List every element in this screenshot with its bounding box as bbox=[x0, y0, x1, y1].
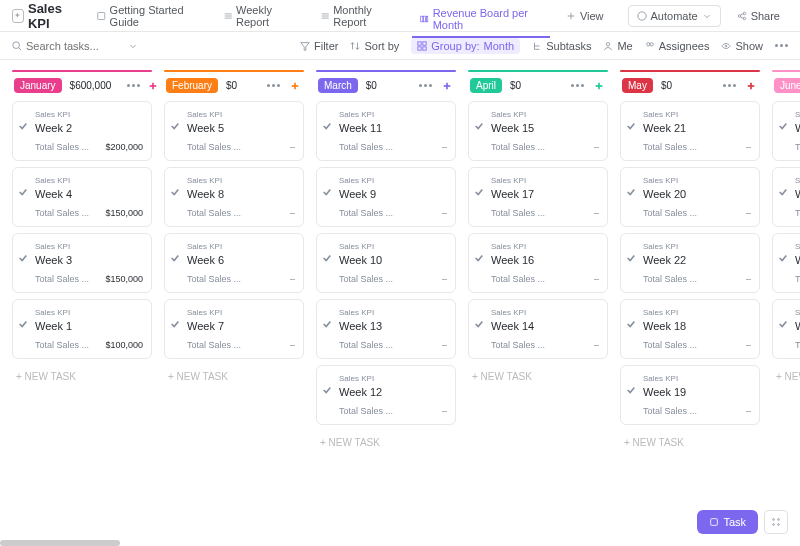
task-card[interactable]: Sales KPIWeek 5Total Sales ...– bbox=[164, 101, 304, 161]
check-icon[interactable] bbox=[474, 252, 486, 264]
task-card[interactable]: Sales KPIWeek 3Total Sales ...$150,000 bbox=[12, 233, 152, 293]
more-options[interactable] bbox=[775, 44, 788, 47]
month-pill[interactable]: April bbox=[470, 78, 502, 93]
task-card[interactable]: Sales KPIWeek 17Total Sales ...– bbox=[468, 167, 608, 227]
column-add-button[interactable] bbox=[148, 79, 158, 93]
task-card[interactable]: Sales KPIWeek 4Total Sales ...$150,000 bbox=[12, 167, 152, 227]
search-box[interactable] bbox=[12, 40, 138, 52]
column-more-icon[interactable] bbox=[571, 84, 584, 87]
check-icon[interactable] bbox=[626, 318, 638, 330]
check-icon[interactable] bbox=[322, 186, 334, 198]
task-card[interactable]: Sales KPIWeek 21Total Sales ...– bbox=[620, 101, 760, 161]
subtasks-button[interactable]: Subtasks bbox=[532, 40, 591, 52]
column-add-button[interactable] bbox=[440, 79, 454, 93]
check-icon[interactable] bbox=[322, 384, 334, 396]
check-icon[interactable] bbox=[322, 252, 334, 264]
column-more-icon[interactable] bbox=[723, 84, 736, 87]
month-pill[interactable]: March bbox=[318, 78, 358, 93]
check-icon[interactable] bbox=[778, 318, 790, 330]
tab-getting-started[interactable]: Getting Started Guide bbox=[89, 0, 207, 34]
me-button[interactable]: Me bbox=[603, 40, 632, 52]
card-field-label: Total Sales ... bbox=[795, 142, 800, 152]
task-card[interactable]: Sales KPIWeek 26Total Sales ...– bbox=[772, 299, 800, 359]
automate-button[interactable]: Automate bbox=[628, 5, 721, 27]
tab-view-add[interactable]: View bbox=[558, 4, 612, 28]
column-more-icon[interactable] bbox=[267, 84, 280, 87]
chevron-down-icon[interactable] bbox=[128, 41, 138, 51]
new-task-button[interactable]: + NEW TASK bbox=[772, 365, 800, 388]
check-icon[interactable] bbox=[18, 186, 30, 198]
month-pill[interactable]: January bbox=[14, 78, 62, 93]
check-icon[interactable] bbox=[474, 186, 486, 198]
check-icon[interactable] bbox=[626, 186, 638, 198]
task-card[interactable]: Sales KPIWeek 15Total Sales ...– bbox=[468, 101, 608, 161]
new-task-fab[interactable]: Task bbox=[697, 510, 758, 530]
check-icon[interactable] bbox=[170, 252, 182, 264]
check-icon[interactable] bbox=[322, 120, 334, 132]
grid-button[interactable] bbox=[764, 510, 788, 530]
share-button[interactable]: Share bbox=[729, 6, 788, 26]
task-card[interactable]: Sales KPIWeek 12Total Sales ...– bbox=[316, 365, 456, 425]
check-icon[interactable] bbox=[474, 318, 486, 330]
board[interactable]: January$600,000Sales KPIWeek 2Total Sale… bbox=[0, 60, 800, 530]
group-by-button[interactable]: Group by: Month bbox=[411, 38, 520, 54]
task-card[interactable]: Sales KPIWeek 23Total Sales ...– bbox=[772, 233, 800, 293]
month-pill[interactable]: May bbox=[622, 78, 653, 93]
column-more-icon[interactable] bbox=[419, 84, 432, 87]
new-task-button[interactable]: + NEW TASK bbox=[316, 431, 456, 454]
tab-weekly-report[interactable]: Weekly Report bbox=[216, 0, 305, 34]
new-task-button[interactable]: + NEW TASK bbox=[468, 365, 608, 388]
tab-monthly-report[interactable]: Monthly Report bbox=[313, 0, 404, 34]
month-pill[interactable]: February bbox=[166, 78, 218, 93]
new-task-button[interactable]: + NEW TASK bbox=[620, 431, 760, 454]
check-icon[interactable] bbox=[778, 120, 790, 132]
task-card[interactable]: Sales KPIWeek 25Total Sales ...– bbox=[772, 101, 800, 161]
column-add-button[interactable] bbox=[288, 79, 302, 93]
filter-button[interactable]: Filter bbox=[300, 40, 338, 52]
task-card[interactable]: Sales KPIWeek 22Total Sales ...– bbox=[620, 233, 760, 293]
check-icon[interactable] bbox=[322, 318, 334, 330]
task-card[interactable]: Sales KPIWeek 14Total Sales ...– bbox=[468, 299, 608, 359]
check-icon[interactable] bbox=[626, 252, 638, 264]
task-card[interactable]: Sales KPIWeek 10Total Sales ...– bbox=[316, 233, 456, 293]
column-add-button[interactable] bbox=[592, 79, 606, 93]
task-card[interactable]: Sales KPIWeek 2Total Sales ...$200,000 bbox=[12, 101, 152, 161]
task-card[interactable]: Sales KPIWeek 6Total Sales ...– bbox=[164, 233, 304, 293]
task-card[interactable]: Sales KPIWeek 16Total Sales ...– bbox=[468, 233, 608, 293]
check-icon[interactable] bbox=[18, 252, 30, 264]
check-icon[interactable] bbox=[170, 186, 182, 198]
check-icon[interactable] bbox=[626, 384, 638, 396]
assignees-button[interactable]: Assignees bbox=[645, 40, 710, 52]
check-icon[interactable] bbox=[170, 120, 182, 132]
svg-rect-46 bbox=[711, 519, 718, 526]
task-card[interactable]: Sales KPIWeek 19Total Sales ...– bbox=[620, 365, 760, 425]
task-card[interactable]: Sales KPIWeek 1Total Sales ...$100,000 bbox=[12, 299, 152, 359]
column-more-icon[interactable] bbox=[127, 84, 140, 87]
check-icon[interactable] bbox=[18, 120, 30, 132]
month-pill[interactable]: June bbox=[774, 78, 800, 93]
new-task-button[interactable]: + NEW TASK bbox=[164, 365, 304, 388]
task-card[interactable]: Sales KPIWeek 9Total Sales ...– bbox=[316, 167, 456, 227]
column-header: January$600,000 bbox=[12, 70, 152, 101]
check-icon[interactable] bbox=[778, 186, 790, 198]
column-add-button[interactable] bbox=[744, 79, 758, 93]
task-card[interactable]: Sales KPIWeek 13Total Sales ...– bbox=[316, 299, 456, 359]
show-button[interactable]: Show bbox=[721, 40, 763, 52]
check-icon[interactable] bbox=[170, 318, 182, 330]
task-card[interactable]: Sales KPIWeek 24Total Sales ...– bbox=[772, 167, 800, 227]
tab-revenue-board[interactable]: Revenue Board per Month bbox=[412, 1, 550, 38]
search-input[interactable] bbox=[26, 40, 106, 52]
check-icon[interactable] bbox=[626, 120, 638, 132]
check-icon[interactable] bbox=[474, 120, 486, 132]
task-card[interactable]: Sales KPIWeek 18Total Sales ...– bbox=[620, 299, 760, 359]
sort-button[interactable]: Sort by bbox=[350, 40, 399, 52]
task-card[interactable]: Sales KPIWeek 20Total Sales ...– bbox=[620, 167, 760, 227]
new-task-button[interactable]: + NEW TASK bbox=[12, 365, 152, 388]
task-card[interactable]: Sales KPIWeek 11Total Sales ...– bbox=[316, 101, 456, 161]
card-title: Week 14 bbox=[491, 320, 599, 332]
check-icon[interactable] bbox=[778, 252, 790, 264]
card-field-value: – bbox=[442, 340, 447, 350]
task-card[interactable]: Sales KPIWeek 8Total Sales ...– bbox=[164, 167, 304, 227]
check-icon[interactable] bbox=[18, 318, 30, 330]
task-card[interactable]: Sales KPIWeek 7Total Sales ...– bbox=[164, 299, 304, 359]
